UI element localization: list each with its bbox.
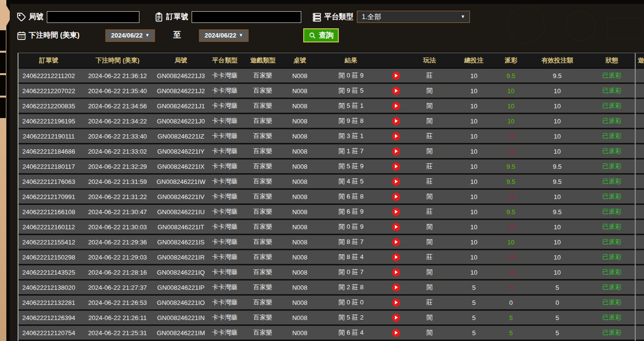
bet-side-cell: 莊 [408,205,451,219]
magnifier-icon [309,32,316,40]
total-bet-cell: 10 [451,160,496,173]
status-cell: 已派彩 [589,129,635,143]
video-cell [384,190,408,203]
play-icon [395,255,398,259]
game-type-cell: 百家樂 [244,250,282,264]
valid-bet-cell: 10 [526,114,589,128]
bet-side-cell: 莊 [408,296,451,309]
game-type-cell: 百家樂 [244,220,282,234]
video-cell [384,69,408,82]
bet-side-cell: 閒 [408,84,451,98]
total-bet-cell: 5 [451,296,496,309]
total-bet-cell: 5 [451,326,496,340]
play-video-button[interactable] [392,178,400,186]
play-icon [395,104,398,108]
valid-bet-cell: 5 [526,281,589,294]
result-cell: 閒 3 莊 1 [318,129,384,143]
play-video-button[interactable] [392,314,400,322]
play-video-button[interactable] [392,268,400,277]
payout-cell: 0 [496,296,526,309]
game-no-input[interactable] [47,11,139,23]
bet-side-cell: 閒 [408,99,451,113]
table-row: 240622212143525 2024-06-22 21:28:16 GN00… [19,265,644,279]
result-cell: 閒 0 莊 9 [318,220,384,234]
table-row: 240622212184686 2024-06-22 21:33:02 GN00… [19,144,644,158]
valid-bet-cell: 5 [526,311,589,324]
play-video-button[interactable] [392,72,400,80]
order-no-cell: 240622212207022 [19,84,79,98]
table-row: 240622212155412 2024-06-22 21:29:36 GN00… [19,235,644,249]
play-video-button[interactable] [392,223,400,231]
game-no-cell: GN008246221J2 [156,84,206,98]
play-video-button[interactable] [392,329,400,337]
game-extra-cell [635,99,644,113]
payout-cell: -10 [496,190,526,203]
game-type-cell: 百家樂 [244,114,282,128]
bet-time-cell: 2024-06-22 21:31:59 [79,175,156,188]
valid-bet-cell: 10 [526,220,589,234]
total-bet-cell: 10 [451,99,496,113]
game-no-cell: GN008246221IR [156,250,206,264]
platform-type-select[interactable]: 1.全部 ▼ [357,11,470,23]
play-video-button[interactable] [392,162,400,171]
date-from-select[interactable]: 2024/06/22 ▼ [105,29,155,42]
play-video-button[interactable] [392,208,400,216]
game-extra-cell [635,250,644,264]
date-to-select[interactable]: 2024/06/22 ▼ [199,29,249,42]
game-type-cell: 百家樂 [244,190,282,203]
status-cell: 已派彩 [589,99,635,113]
total-bet-cell: 10 [451,129,496,143]
table-row: 240622212132281 2024-06-22 21:26:53 GN00… [19,296,644,309]
chevron-down-icon: ▼ [461,15,465,19]
play-video-button[interactable] [392,87,400,95]
play-video-button[interactable] [392,147,400,156]
game-no-cell: GN008246221IZ [156,129,206,143]
table-no-cell: N008 [282,99,318,113]
result-cell: 閒 0 莊 0 [318,296,384,309]
play-video-button[interactable] [392,253,400,261]
table-no-cell: N008 [282,281,318,294]
play-icon [395,134,398,138]
total-bet-cell: 10 [451,190,496,203]
platform-cell: 卡卡灣廳 [206,265,244,279]
game-extra-cell [635,235,644,249]
play-video-button[interactable] [392,117,400,125]
video-cell [384,296,408,309]
collapsed-sidebar[interactable] [0,0,6,341]
column-divider [635,53,636,341]
video-cell [384,326,408,340]
payout-cell: 10 [496,235,526,249]
order-no-input[interactable] [192,11,301,23]
play-video-button[interactable] [392,193,400,201]
header-video [384,53,408,67]
header-platform: 平台類型 [206,53,244,67]
result-cell: 閒 2 莊 8 [318,281,384,294]
table-no-cell: N008 [282,84,318,98]
order-no-cell: 240622212184686 [19,144,79,158]
table-no-cell: N008 [282,114,318,128]
bet-time-cell: 2024-06-22 21:30:03 [79,220,156,234]
table-row: 240622212207022 2024-06-22 21:35:40 GN00… [19,84,644,98]
bet-time-cell: 2024-06-22 21:25:31 [79,326,156,340]
valid-bet-cell: 9.5 [526,69,589,82]
status-cell: 已派彩 [589,250,635,264]
play-video-button[interactable] [392,132,400,140]
play-video-button[interactable] [392,283,400,292]
sidebar-hidden-item [0,30,6,51]
bet-record-panel: 局號 訂單號 平台類型 1.全部 ▼ [10,4,644,341]
total-bet-cell: 10 [451,114,496,128]
play-video-button[interactable] [392,299,400,307]
query-button[interactable]: 查詢 [303,28,339,42]
game-no-cell: GN008246221IX [156,160,206,173]
game-type-cell: 百家樂 [244,281,282,294]
total-bet-cell: 10 [451,235,496,249]
video-cell [384,235,408,249]
date-to-value: 2024/06/22 [205,32,236,39]
sidebar-hidden-item [0,75,6,96]
chevron-down-icon: ▼ [239,33,243,38]
table-row: 240622212170991 2024-06-22 21:31:22 GN00… [19,190,644,203]
order-no-label: 訂單號 [166,12,188,21]
play-video-button[interactable] [392,238,400,246]
play-video-button[interactable] [392,102,400,110]
game-no-cell: GN008246221IW [156,175,206,188]
